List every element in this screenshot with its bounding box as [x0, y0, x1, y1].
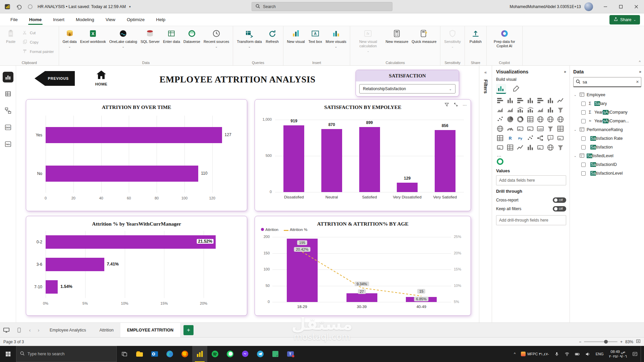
network-icon[interactable] [562, 346, 572, 362]
ribbon-copy-button[interactable]: Copy [19, 38, 57, 46]
page-tab-attrition[interactable]: Attrition [93, 323, 120, 337]
tmdl-view-button[interactable]: TMDL [3, 139, 13, 149]
stock-ticker[interactable]: MFPC ٣١,٤٧- [519, 346, 551, 362]
data-field-row[interactable]: fxYearsAtCompan... [573, 117, 641, 125]
hidden-icons-chevron[interactable]: ^ [512, 346, 518, 362]
teams-taskbar-icon[interactable]: T [283, 346, 298, 362]
more-options-icon[interactable]: ⋯ [463, 103, 467, 108]
visual-type-kpi-icon[interactable]: 123 [536, 125, 544, 133]
field-checkbox[interactable] [581, 163, 586, 167]
whatsapp-taskbar-icon[interactable] [222, 346, 237, 362]
visual-type-decomposition-tree-icon[interactable] [536, 134, 544, 142]
spotify-taskbar-icon[interactable] [207, 346, 222, 362]
visual-type-arcgis-map-icon[interactable] [546, 143, 554, 152]
data-field-row[interactable]: SatisfactionID [573, 160, 641, 169]
outlook-taskbar-icon[interactable] [147, 346, 162, 362]
visual-type-waterfall-chart-icon[interactable] [546, 106, 554, 114]
visual-type-metrics-visual-icon[interactable] [526, 143, 534, 152]
ribbon-new-visual-calculation-button[interactable]: fxNew visual calculation⌄ [352, 27, 384, 57]
menu-item-insert[interactable]: Insert [47, 13, 70, 26]
taskbar-search[interactable]: Type here to search [16, 346, 117, 362]
more-visual-types-icon[interactable]: … [497, 152, 566, 158]
clear-search-icon[interactable]: ✕ [636, 80, 639, 84]
ribbon-more-visuals-button[interactable]: More visuals⌄ [324, 27, 348, 57]
dax-query-view-button[interactable]: DAX [3, 122, 13, 133]
collapse-data-panel-icon[interactable]: » [639, 69, 641, 74]
data-table-row[interactable]: ⌄SatisfiedLevel [573, 152, 641, 160]
model-view-button[interactable] [3, 105, 13, 116]
data-search-input[interactable] [583, 80, 634, 84]
visual-type-clustered-column-chart-icon[interactable] [526, 97, 534, 105]
data-field-row[interactable]: ΣSalary [573, 99, 641, 108]
ribbon-transform-data-button[interactable]: Transform data⌄ [235, 27, 263, 57]
ribbon-onelake-catalog-button[interactable]: OneLake catalog⌄ [108, 27, 139, 57]
ribbon-refresh-button[interactable]: Refresh [264, 27, 281, 57]
minimize-button[interactable] [598, 0, 613, 13]
visual-type-scatter-chart-icon[interactable] [496, 115, 504, 123]
visual-type-pinned-visual-icon[interactable] [536, 143, 544, 152]
cross-report-toggle[interactable]: Off [553, 197, 566, 203]
add-data-fields-well[interactable]: Add data fields here [496, 175, 566, 185]
ribbon-new-visual-button[interactable]: New visual [285, 27, 307, 57]
visual-type-r-script-visual-icon[interactable]: R [506, 134, 514, 142]
undo-icon[interactable] [15, 3, 23, 11]
bar-7-10[interactable] [46, 280, 58, 294]
desktop-layout-icon[interactable] [0, 323, 13, 337]
build-visual-icon[interactable] [496, 84, 506, 94]
ribbon-get-data-button[interactable]: Get data⌄ [61, 27, 78, 57]
chart-card-attrition-overtime[interactable]: ATTRIYION BY OVER TIME 020406080100120Ye… [26, 99, 247, 211]
filter-icon[interactable] [444, 102, 449, 108]
report-view-button[interactable] [3, 72, 13, 82]
visual-type-funnel-chart-icon[interactable] [556, 106, 565, 114]
visual-type-stacked-bar-chart-icon[interactable] [496, 97, 504, 105]
titlebar-search[interactable]: Search [252, 2, 392, 11]
satisfaction-slicer[interactable]: SATISFACTION RelationshipSatisfaction ⌄ [356, 70, 459, 97]
bar-very-satisfied[interactable] [435, 130, 455, 192]
bar-satisfied[interactable] [359, 127, 380, 192]
filters-label[interactable]: Filters [483, 79, 488, 94]
power-bi-taskbar-icon[interactable] [192, 346, 207, 362]
data-table-row[interactable]: ⌄PerformanceRating [573, 125, 641, 134]
ribbon-prep-data-for-copilot-ai-button[interactable]: Prep data for Copilot AI [489, 27, 520, 57]
zoom-in-icon[interactable]: + [620, 340, 623, 344]
menu-item-modeling[interactable]: Modeling [70, 13, 100, 26]
bar-dissatisfied[interactable] [283, 125, 304, 192]
volume-icon[interactable] [583, 346, 593, 362]
task-view-button[interactable] [117, 346, 132, 362]
notification-center-icon[interactable] [630, 346, 640, 362]
format-visual-icon[interactable] [511, 84, 521, 94]
maximize-button[interactable] [613, 0, 629, 13]
ribbon-publish-button[interactable]: Publish [467, 27, 484, 57]
ribbon-enter-data-button[interactable]: Enter data [161, 27, 182, 57]
fit-to-page-icon[interactable] [636, 339, 641, 345]
collapse-visualizations-icon[interactable]: » [564, 69, 566, 74]
visual-type-stacked-area-chart-icon[interactable] [506, 106, 514, 114]
data-field-row[interactable]: Satisfaction Rate [573, 134, 641, 143]
previous-page-icon[interactable]: ‹ [25, 323, 34, 337]
file-explorer-taskbar-icon[interactable] [132, 346, 147, 362]
menu-item-help[interactable]: Help [150, 13, 171, 26]
visual-type-area-chart-icon[interactable] [496, 106, 504, 114]
visual-type-map-icon[interactable] [536, 115, 544, 123]
visual-type-line-and-stacked-column-chart-icon[interactable] [516, 106, 524, 114]
firefox-taskbar-icon[interactable] [177, 346, 192, 362]
telegram-taskbar-icon[interactable] [253, 346, 268, 362]
account-name[interactable]: MohamedMohamedAbdel 3.03051E+13 [510, 4, 581, 9]
notes-taskbar-icon[interactable] [268, 346, 283, 362]
visual-type-pie-chart-icon[interactable] [506, 115, 514, 123]
bar-0-2[interactable] [46, 235, 216, 249]
zoom-slider[interactable] [584, 341, 618, 342]
page-tab-employee-analytics[interactable]: Employee Analytics [43, 323, 93, 337]
visual-type-table-icon[interactable] [556, 125, 565, 133]
ribbon-quick-measure-button[interactable]: Quick measure [410, 27, 438, 57]
field-checkbox[interactable] [581, 102, 586, 106]
redo-icon[interactable] [26, 3, 34, 11]
new-page-button[interactable]: + [183, 325, 194, 335]
visual-type-paginated-report-icon[interactable] [496, 143, 504, 152]
share-button[interactable]: Share ⌄ [609, 15, 640, 24]
visual-type-donut-chart-icon[interactable] [516, 115, 524, 123]
language-indicator[interactable]: ENG [593, 346, 606, 362]
custom-visual-icon[interactable] [497, 158, 503, 165]
visual-type-smart-narrative-icon[interactable] [556, 134, 565, 142]
visual-type-key-influencers-icon[interactable] [526, 134, 534, 142]
